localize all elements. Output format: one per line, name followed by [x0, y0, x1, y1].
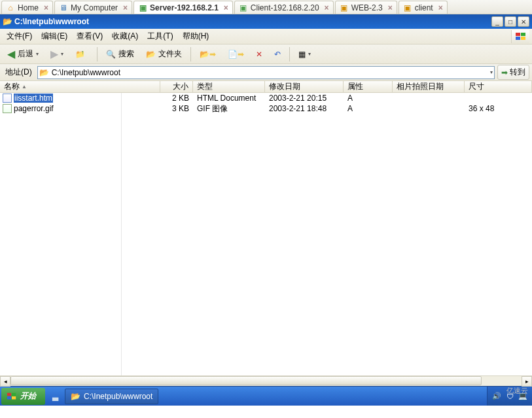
file-size: 3 KB — [160, 104, 193, 113]
chevron-down-icon: ▾ — [36, 51, 39, 57]
views-button[interactable]: ▦ ▾ — [294, 47, 315, 61]
tab-home[interactable]: ⌂ Home × — [1, 1, 53, 14]
windows-logo-icon — [7, 392, 17, 401]
menubar: 文件(F) 编辑(E) 查看(V) 收藏(A) 工具(T) 帮助(H) — [0, 29, 532, 44]
close-icon[interactable]: × — [388, 3, 393, 12]
forward-button[interactable]: ▶ ▾ — [46, 45, 68, 63]
col-size[interactable]: 大小 — [160, 81, 193, 92]
up-button[interactable]: 📁↑ — [71, 47, 93, 61]
scroll-track[interactable] — [10, 376, 522, 386]
file-row[interactable]: pagerror.gif 3 KB GIF 图像 2003-2-21 18:48… — [0, 103, 532, 114]
close-icon[interactable]: × — [123, 3, 128, 12]
tab-client[interactable]: ▣ Client-192.168.2.20 × — [234, 1, 334, 14]
moveto-icon: 📂➡ — [200, 50, 216, 59]
col-name[interactable]: 名称 ▲ — [0, 81, 160, 92]
tab-web[interactable]: ▣ WEB-2.3 × — [335, 1, 397, 14]
copyto-icon: 📄➡ — [228, 50, 244, 59]
search-button[interactable]: 🔍 搜索 — [101, 46, 139, 62]
tray-icon[interactable]: 🛡 — [505, 391, 515, 402]
close-icon[interactable]: × — [224, 3, 228, 12]
move-to-button[interactable]: 📂➡ — [195, 47, 221, 61]
folders-button[interactable]: 📂 文件夹 — [141, 46, 186, 62]
file-dim: 36 x 48 — [465, 104, 532, 113]
tray-icon[interactable]: 🔊 — [491, 391, 502, 402]
taskbar-item[interactable]: 📂 C:\Inetpub\wwwroot — [65, 389, 158, 404]
file-name: pagerror.gif — [14, 104, 54, 113]
delete-icon: ✕ — [256, 50, 262, 59]
menu-favorites[interactable]: 收藏(A) — [108, 29, 142, 44]
file-rows[interactable]: iisstart.htm 2 KB HTML Document 2003-2-2… — [0, 93, 532, 375]
file-attrs: A — [344, 104, 393, 113]
tab-server[interactable]: ▣ Server-192.168.2.1 × — [133, 1, 233, 14]
views-icon: ▦ — [298, 50, 306, 59]
back-label: 后退 — [18, 48, 33, 60]
tab-label: Client-192.168.2.20 — [251, 3, 319, 12]
menu-file[interactable]: 文件(F) — [3, 29, 36, 44]
file-attrs: A — [344, 94, 393, 103]
window-title: C:\Inetpub\wwwroot — [14, 17, 89, 26]
file-type: GIF 图像 — [193, 103, 265, 114]
computer-icon: 🖥 — [59, 3, 68, 12]
web-icon: ▣ — [340, 3, 349, 12]
svg-rect-0 — [516, 33, 520, 36]
file-size: 2 KB — [160, 94, 193, 103]
svg-rect-3 — [521, 37, 525, 40]
file-modified: 2003-2-21 20:15 — [265, 94, 344, 103]
menu-edit[interactable]: 编辑(E) — [37, 29, 71, 44]
col-type[interactable]: 类型 — [193, 81, 265, 92]
scroll-thumb[interactable] — [10, 376, 482, 385]
file-name-cell[interactable]: pagerror.gif — [0, 104, 160, 113]
tab-mycomputer[interactable]: 🖥 My Computer × — [54, 1, 132, 14]
file-name: iisstart.htm — [14, 94, 53, 103]
window-titlebar: 📂 C:\Inetpub\wwwroot _ □ ✕ — [0, 14, 532, 29]
gif-file-icon — [3, 104, 12, 113]
file-name-cell[interactable]: iisstart.htm — [0, 94, 160, 103]
svg-rect-1 — [521, 33, 525, 36]
close-icon[interactable]: × — [44, 3, 48, 12]
horizontal-scrollbar[interactable]: ◂ ▸ — [0, 375, 532, 386]
delete-button[interactable]: ✕ — [251, 47, 267, 61]
chevron-down-icon[interactable]: ▾ — [490, 69, 493, 75]
tab-client2[interactable]: ▣ client × — [399, 1, 448, 14]
tab-label: WEB-2.3 — [351, 3, 383, 12]
address-box[interactable]: 📂 ▾ — [37, 66, 495, 79]
tray-icon[interactable]: 💻 — [518, 391, 528, 402]
html-file-icon — [3, 94, 12, 103]
separator — [97, 47, 98, 61]
menu-tools[interactable]: 工具(T) — [143, 29, 177, 44]
scroll-right-button[interactable]: ▸ — [522, 376, 532, 387]
scroll-left-button[interactable]: ◂ — [0, 376, 10, 387]
forward-icon: ▶ — [50, 48, 58, 60]
undo-button[interactable]: ↶ — [270, 47, 285, 61]
start-button[interactable]: 开始 — [1, 388, 45, 405]
system-tray: 🔊 🛡 💻 — [487, 387, 532, 406]
go-icon: ➡ — [501, 68, 508, 77]
col-modified[interactable]: 修改日期 — [265, 81, 344, 92]
copy-to-button[interactable]: 📄➡ — [223, 47, 249, 61]
back-button[interactable]: ◀ 后退 ▾ — [3, 45, 43, 63]
minimize-button[interactable]: _ — [491, 16, 503, 27]
col-attrs[interactable]: 属性 — [344, 81, 393, 92]
taskbar: 开始 ▃ 📂 C:\Inetpub\wwwroot 🔊 🛡 💻 — [0, 386, 532, 406]
tab-label: client — [415, 3, 433, 12]
col-photodate[interactable]: 相片拍照日期 — [393, 81, 465, 92]
close-button[interactable]: ✕ — [518, 16, 529, 27]
folder-icon: 📂 — [3, 17, 12, 26]
svg-rect-7 — [12, 396, 16, 399]
taskbar-item-label: C:\Inetpub\wwwroot — [84, 392, 152, 401]
menu-help[interactable]: 帮助(H) — [179, 29, 213, 44]
col-dim[interactable]: 尺寸 — [465, 81, 532, 92]
svg-rect-4 — [7, 392, 11, 395]
close-icon[interactable]: × — [438, 3, 443, 12]
address-input[interactable] — [52, 68, 488, 77]
separator — [289, 47, 290, 61]
menu-view[interactable]: 查看(V) — [73, 29, 107, 44]
quicklaunch-desktop[interactable]: ▃ — [48, 389, 62, 404]
maximize-button[interactable]: □ — [505, 16, 516, 27]
go-button[interactable]: ➡ 转到 — [497, 65, 529, 80]
column-headers: 名称 ▲ 大小 类型 修改日期 属性 相片拍照日期 尺寸 — [0, 81, 532, 93]
file-row[interactable]: iisstart.htm 2 KB HTML Document 2003-2-2… — [0, 93, 532, 103]
folders-label: 文件夹 — [158, 48, 182, 60]
close-icon[interactable]: × — [325, 3, 329, 12]
back-icon: ◀ — [7, 48, 15, 60]
